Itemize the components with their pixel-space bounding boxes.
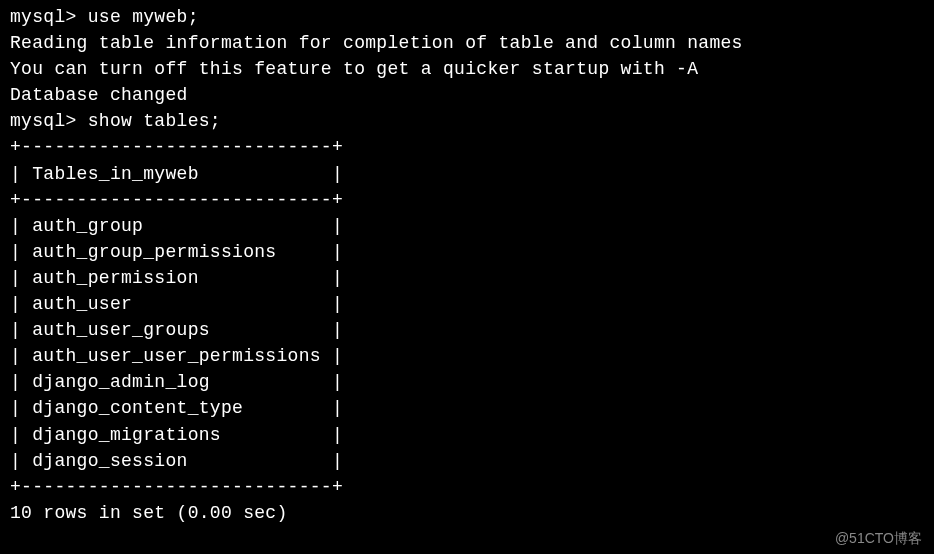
table-row: | auth_user |: [10, 291, 924, 317]
table-row: | django_session |: [10, 448, 924, 474]
table-row: | django_admin_log |: [10, 369, 924, 395]
table-border: +----------------------------+: [10, 187, 924, 213]
result-summary: 10 rows in set (0.00 sec): [10, 500, 924, 526]
mysql-prompt: mysql>: [10, 7, 88, 27]
watermark: @51CTO博客: [835, 528, 922, 548]
table-border: +----------------------------+: [10, 134, 924, 160]
command-use: use myweb;: [88, 7, 199, 27]
table-row: | django_migrations |: [10, 422, 924, 448]
table-row: | auth_group |: [10, 213, 924, 239]
table-row: | auth_permission |: [10, 265, 924, 291]
prompt-line: mysql> use myweb;: [10, 4, 924, 30]
table-row: | auth_user_groups |: [10, 317, 924, 343]
table-border: +----------------------------+: [10, 474, 924, 500]
table-row: | auth_user_user_permissions |: [10, 343, 924, 369]
terminal-output[interactable]: mysql> use myweb; Reading table informat…: [10, 4, 924, 526]
info-message: You can turn off this feature to get a q…: [10, 56, 924, 82]
command-show-tables: show tables;: [88, 111, 221, 131]
info-message: Reading table information for completion…: [10, 30, 924, 56]
mysql-prompt: mysql>: [10, 111, 88, 131]
prompt-line: mysql> show tables;: [10, 108, 924, 134]
db-changed-message: Database changed: [10, 82, 924, 108]
table-row: | auth_group_permissions |: [10, 239, 924, 265]
table-row: | django_content_type |: [10, 395, 924, 421]
table-header: | Tables_in_myweb |: [10, 161, 924, 187]
